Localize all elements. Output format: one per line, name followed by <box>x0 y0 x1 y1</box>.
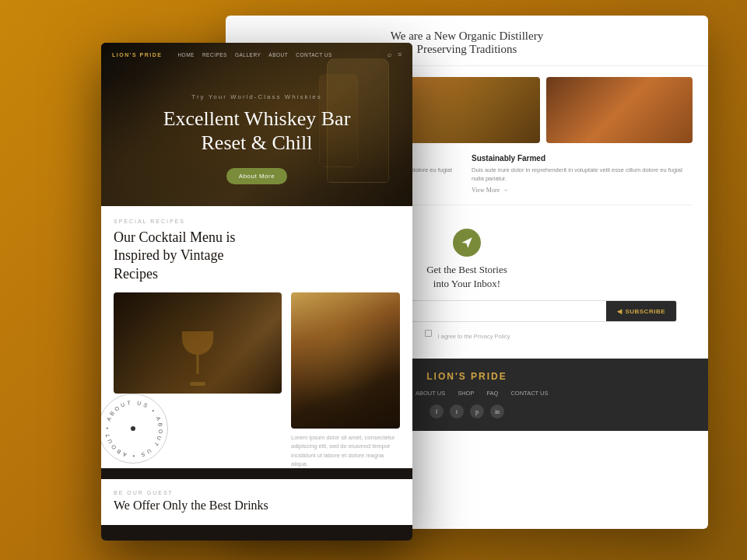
front-nav-links: HOME RECIPES GALLERY ABOUT CONTACT US <box>177 52 331 58</box>
footer-nav-shop[interactable]: SHOP <box>458 390 474 397</box>
front-logo: LION'S PRIDE <box>112 52 162 58</box>
cocktail-glass-icon <box>182 331 213 386</box>
front-hero-subtitle: Try Your World-Class Whiskies <box>117 93 397 100</box>
front-hero-content: Try Your World-Class Whiskies Excellent … <box>101 93 412 184</box>
front-hero-title: Excellent Whiskey Bar Reset & Chill <box>117 107 397 155</box>
footer-nav-about[interactable]: ABOUT US <box>416 390 445 397</box>
front-content-left: • ABOUT US • ABOUT US • ABOUT US <box>114 292 282 468</box>
nav-home[interactable]: HOME <box>177 52 195 58</box>
instagram-icon[interactable]: in <box>490 404 504 418</box>
front-content-grid: • ABOUT US • ABOUT US • ABOUT US Lorem i… <box>114 292 400 468</box>
back-card-2-body: Duis aute irure dolor in reprehenderit i… <box>472 166 693 183</box>
footer-nav-faq[interactable]: FAQ <box>486 390 498 397</box>
footer-nav-contact[interactable]: CONTACT US <box>510 390 548 397</box>
about-circle-text: • ABOUT US • ABOUT US • ABOUT US <box>101 394 168 464</box>
menu-icon[interactable]: ≡ <box>398 51 402 58</box>
facebook-icon[interactable]: f <box>430 404 444 418</box>
back-card-2-title: Sustainably Farmed <box>472 154 693 163</box>
privacy-checkbox[interactable] <box>425 330 432 337</box>
back-image-3 <box>546 77 693 143</box>
front-section-title: Our Cocktail Menu is Inspired by Vintage… <box>114 229 400 283</box>
front-section-2: BE OUR GUEST We Offer Only the Best Drin… <box>101 479 412 525</box>
subscribe-icon: ◀ <box>617 308 622 315</box>
front-cta-button[interactable]: About More <box>226 168 287 184</box>
twitter-icon[interactable]: t <box>450 404 464 418</box>
search-icon[interactable]: ⌕ <box>388 51 391 58</box>
front-guest-label: BE OUR GUEST <box>114 490 400 495</box>
front-guest-title: We Offer Only the Best Drinks <box>114 499 400 513</box>
nav-recipes[interactable]: RECIPES <box>202 52 227 58</box>
nav-about[interactable]: ABOUT <box>268 52 288 58</box>
send-icon <box>453 229 481 257</box>
pinterest-icon[interactable]: p <box>470 404 484 418</box>
front-nav-icons: ⌕ ≡ <box>388 51 402 58</box>
scene: We are a New Organic Distillery Preservi… <box>0 0 747 560</box>
front-section-label: SPECIAL RECIPES <box>114 219 400 224</box>
svg-text:• ABOUT US • ABOUT US • ABOUT : • ABOUT US • ABOUT US • ABOUT US <box>101 394 163 459</box>
front-navbar: LION'S PRIDE HOME RECIPES GALLERY ABOUT … <box>101 43 412 66</box>
arrow-right-icon-2: → <box>502 187 508 194</box>
front-cocktail-image <box>114 292 282 394</box>
front-lorem-text: Lorem ipsum dolor sit amet, consectetur … <box>291 433 400 468</box>
front-hero: LION'S PRIDE HOME RECIPES GALLERY ABOUT … <box>101 43 412 206</box>
back-card-2: Sustainably Farmed Duis aute irure dolor… <box>472 154 693 194</box>
nav-contact[interactable]: CONTACT US <box>296 52 332 58</box>
nav-gallery[interactable]: GALLERY <box>235 52 261 58</box>
front-content-right: Lorem ipsum dolor sit amet, consectetur … <box>291 292 400 468</box>
front-panel: LION'S PRIDE HOME RECIPES GALLERY ABOUT … <box>101 43 412 541</box>
front-bartender-image <box>291 292 400 429</box>
back-image-2 <box>394 77 540 143</box>
subscribe-button[interactable]: ◀ SUBSCRIBE <box>606 301 676 321</box>
front-content-section: SPECIAL RECIPES Our Cocktail Menu is Ins… <box>101 206 412 468</box>
back-card-2-viewmore[interactable]: View More → <box>472 187 693 194</box>
